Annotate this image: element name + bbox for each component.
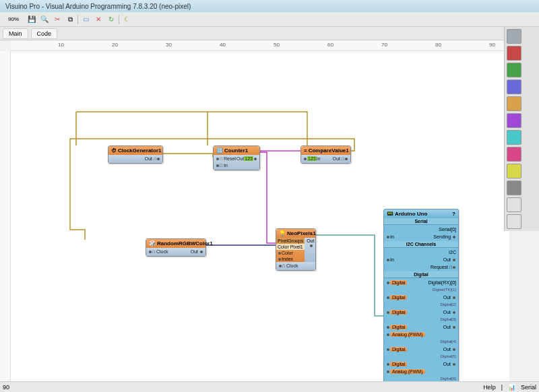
component-palette [504, 27, 539, 231]
help-icon[interactable]: ? [452, 211, 455, 217]
node-random-color[interactable]: 🎲RandomRGBWColor1 ⎍ ClockOut [146, 238, 206, 257]
tab-main[interactable]: Main [3, 28, 28, 39]
main-toolbar: 90% 💾 🔍 ✂ ⧉ ▭ ✕ ↻ ☾ [0, 12, 539, 27]
save-icon[interactable]: 💾 [26, 14, 37, 25]
status-bar: 90 Help | 📊 Serial [0, 381, 539, 392]
ruler-horizontal: 10 20 30 40 50 60 70 80 90 [11, 40, 539, 51]
dice-icon: 🎲 [149, 240, 156, 247]
palette-item[interactable] [507, 164, 521, 178]
palette-item[interactable] [507, 113, 521, 128]
copy-icon[interactable]: ⧉ [65, 14, 75, 25]
node-compare-value[interactable]: =CompareValue1 123InOut ⎍ [300, 145, 351, 164]
palette-item[interactable] [507, 46, 521, 61]
design-canvas[interactable]: ⏱ClockGenerator1 Out ⎍ 🔢Counter1 ⎍ Reset… [11, 51, 509, 381]
search-icon[interactable]: 🔍 [39, 14, 50, 25]
palette-item[interactable] [507, 214, 521, 229]
clock-icon: ⏱ [111, 148, 117, 154]
palette-item[interactable] [507, 147, 521, 162]
delete-icon[interactable]: ✕ [93, 14, 104, 25]
node-counter[interactable]: 🔢Counter1 ⎍ ResetOut123 ⎍ In [213, 145, 260, 170]
ruler-vertical [0, 51, 11, 381]
refresh-icon[interactable]: ↻ [106, 14, 117, 25]
compare-icon: = [304, 148, 307, 154]
cut-icon[interactable]: ✂ [52, 14, 63, 25]
app-title: Visuino Pro - Visual Arduino Programming… [5, 3, 191, 10]
select-icon[interactable]: ▭ [80, 14, 91, 25]
palette-item[interactable] [507, 63, 521, 77]
palette-item[interactable] [507, 130, 521, 145]
status-help[interactable]: Help [483, 384, 496, 391]
palette-item[interactable] [507, 181, 521, 195]
led-icon: 💡 [279, 230, 286, 236]
tab-code[interactable]: Code [31, 28, 58, 39]
board-icon: 📟 [387, 211, 393, 217]
palette-item[interactable] [507, 197, 521, 212]
serial-icon: 📊 [508, 384, 515, 391]
status-serial[interactable]: Serial [521, 384, 536, 391]
node-clock-generator[interactable]: ⏱ClockGenerator1 Out ⎍ [108, 145, 163, 164]
node-neopixels[interactable]: 💡NeoPixels1 PixelGroups Color Pixel1 Col… [276, 228, 316, 271]
node-arduino-uno[interactable]: 📟 Arduino Uno? Serial Serial[0] InSendin… [383, 209, 459, 381]
zoom-dropdown[interactable]: 90% [3, 14, 24, 25]
theme-icon[interactable]: ☾ [121, 14, 132, 25]
palette-item[interactable] [507, 29, 521, 44]
title-bar: Visuino Pro - Visual Arduino Programming… [0, 0, 539, 12]
tab-bar: Main Code [0, 27, 539, 40]
palette-item[interactable] [507, 79, 521, 94]
palette-item[interactable] [507, 96, 521, 111]
counter-icon: 🔢 [216, 148, 223, 154]
status-coord: 90 [3, 384, 9, 391]
